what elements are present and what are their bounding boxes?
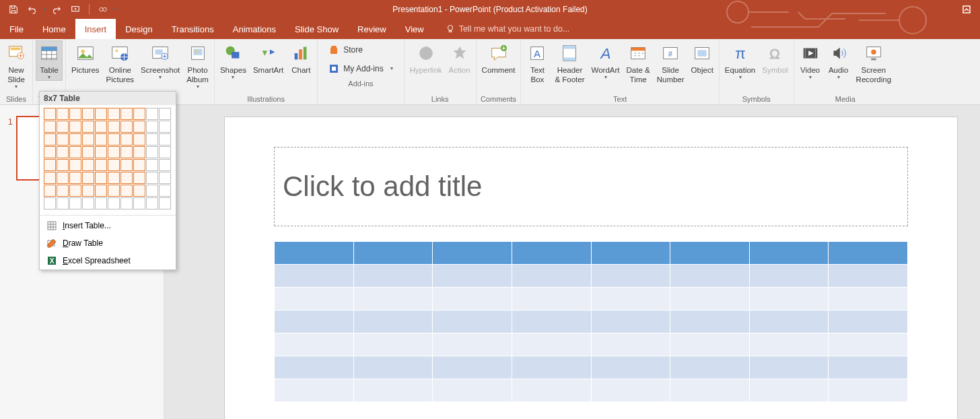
- tab-transitions[interactable]: Transitions: [162, 19, 223, 39]
- grid-cell[interactable]: [95, 146, 107, 158]
- chart-button[interactable]: Chart: [287, 40, 314, 75]
- photo-album-button[interactable]: Photo Album ▾: [184, 40, 211, 90]
- slide-number-button[interactable]: # Slide Number: [654, 40, 687, 85]
- insert-table-menu-item[interactable]: Insert Table...: [40, 217, 176, 234]
- grid-cell[interactable]: [108, 146, 120, 158]
- grid-cell[interactable]: [133, 197, 145, 210]
- shapes-button[interactable]: Shapes ▾: [217, 40, 249, 81]
- grid-cell[interactable]: [82, 121, 94, 133]
- grid-cell[interactable]: [44, 108, 56, 120]
- grid-cell[interactable]: [69, 146, 81, 158]
- grid-cell[interactable]: [95, 172, 107, 184]
- undo-dropdown[interactable]: ▾: [43, 7, 46, 12]
- grid-cell[interactable]: [108, 121, 120, 133]
- grid-cell[interactable]: [57, 121, 69, 133]
- grid-cell[interactable]: [120, 133, 133, 146]
- grid-cell[interactable]: [108, 185, 120, 197]
- tab-design[interactable]: Design: [116, 19, 162, 39]
- tab-review[interactable]: Review: [348, 19, 396, 39]
- grid-cell[interactable]: [133, 108, 145, 120]
- ribbon-display-options-button[interactable]: [958, 1, 975, 18]
- grid-cell[interactable]: [120, 197, 133, 210]
- table-size-grid[interactable]: [44, 108, 172, 210]
- start-from-beginning-button[interactable]: [67, 1, 83, 18]
- excel-spreadsheet-menu-item[interactable]: X Excel Spreadsheet: [40, 252, 176, 269]
- grid-cell[interactable]: [57, 146, 69, 158]
- title-placeholder[interactable]: Click to add title: [274, 147, 908, 226]
- grid-cell[interactable]: [95, 121, 107, 133]
- grid-cell[interactable]: [159, 146, 171, 158]
- grid-cell[interactable]: [133, 185, 145, 197]
- grid-cell[interactable]: [69, 108, 81, 120]
- grid-cell[interactable]: [159, 172, 171, 184]
- grid-cell[interactable]: [69, 197, 81, 210]
- video-button[interactable]: Video ▾: [797, 40, 824, 81]
- grid-cell[interactable]: [69, 185, 81, 197]
- online-pictures-button[interactable]: Online Pictures: [104, 40, 137, 85]
- grid-cell[interactable]: [133, 133, 145, 146]
- grid-cell[interactable]: [133, 146, 145, 158]
- grid-cell[interactable]: [159, 185, 171, 197]
- grid-cell[interactable]: [69, 172, 81, 184]
- store-button[interactable]: Store: [328, 44, 392, 55]
- tab-slideshow[interactable]: Slide Show: [285, 19, 348, 39]
- text-box-button[interactable]: A Text Box: [524, 40, 551, 85]
- audio-button[interactable]: Audio ▾: [825, 40, 852, 81]
- grid-cell[interactable]: [120, 108, 133, 120]
- grid-cell[interactable]: [82, 185, 94, 197]
- grid-cell[interactable]: [146, 133, 158, 146]
- grid-cell[interactable]: [95, 185, 107, 197]
- grid-cell[interactable]: [159, 133, 171, 146]
- grid-cell[interactable]: [108, 133, 120, 146]
- grid-cell[interactable]: [133, 121, 145, 133]
- grid-cell[interactable]: [146, 172, 158, 184]
- draw-table-menu-item[interactable]: Draw Table: [40, 234, 176, 252]
- grid-cell[interactable]: [44, 185, 56, 197]
- grid-cell[interactable]: [82, 146, 94, 158]
- new-slide-button[interactable]: New Slide ▾: [3, 40, 30, 90]
- comment-button[interactable]: Comment: [479, 40, 518, 75]
- grid-cell[interactable]: [44, 121, 56, 133]
- wordart-button[interactable]: A WordArt ▾: [589, 40, 623, 81]
- object-button[interactable]: Object: [689, 40, 716, 75]
- grid-cell[interactable]: [146, 159, 158, 171]
- grid-cell[interactable]: [44, 133, 56, 146]
- grid-cell[interactable]: [120, 185, 133, 197]
- table-button[interactable]: Table ▾: [36, 40, 63, 81]
- grid-cell[interactable]: [69, 159, 81, 171]
- grid-cell[interactable]: [120, 121, 133, 133]
- screenshot-button[interactable]: Screenshot ▾: [138, 40, 182, 81]
- tab-insert[interactable]: Insert: [75, 19, 116, 39]
- grid-cell[interactable]: [44, 172, 56, 184]
- touch-mode-button[interactable]: [95, 1, 111, 18]
- header-footer-button[interactable]: Header & Footer: [552, 40, 587, 85]
- my-addins-button[interactable]: My Add-ins ▾: [328, 63, 392, 74]
- pictures-button[interactable]: Pictures: [69, 40, 102, 75]
- grid-cell[interactable]: [69, 121, 81, 133]
- equation-button[interactable]: π Equation ▾: [722, 40, 758, 81]
- inserted-table[interactable]: [274, 241, 908, 402]
- grid-cell[interactable]: [82, 172, 94, 184]
- grid-cell[interactable]: [120, 159, 133, 171]
- save-button[interactable]: [5, 1, 22, 18]
- grid-cell[interactable]: [95, 197, 107, 210]
- grid-cell[interactable]: [82, 159, 94, 171]
- tab-view[interactable]: View: [396, 19, 433, 39]
- grid-cell[interactable]: [57, 197, 69, 210]
- grid-cell[interactable]: [95, 108, 107, 120]
- redo-button[interactable]: [48, 1, 65, 18]
- tab-home[interactable]: Home: [33, 19, 75, 39]
- slide-canvas[interactable]: Click to add title: [225, 117, 957, 419]
- grid-cell[interactable]: [120, 172, 133, 184]
- grid-cell[interactable]: [57, 185, 69, 197]
- date-time-button[interactable]: Date & Time: [624, 40, 653, 85]
- grid-cell[interactable]: [69, 133, 81, 146]
- grid-cell[interactable]: [159, 159, 171, 171]
- grid-cell[interactable]: [108, 172, 120, 184]
- grid-cell[interactable]: [120, 146, 133, 158]
- grid-cell[interactable]: [133, 172, 145, 184]
- grid-cell[interactable]: [108, 159, 120, 171]
- grid-cell[interactable]: [146, 108, 158, 120]
- grid-cell[interactable]: [146, 197, 158, 210]
- grid-cell[interactable]: [57, 133, 69, 146]
